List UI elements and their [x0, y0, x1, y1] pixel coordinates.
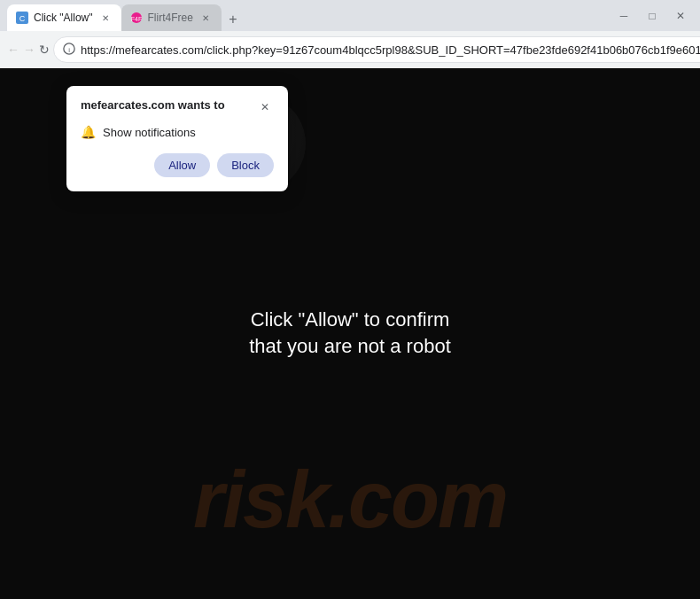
popup-site-name: mefearcates.com: [81, 98, 175, 112]
popup-header: mefearcates.com wants to ✕: [81, 98, 274, 116]
window-controls: ─ □ ✕: [611, 4, 693, 28]
back-button[interactable]: ←: [7, 37, 19, 62]
tab-2[interactable]: F4F Flirt4Free ✕: [121, 4, 222, 31]
popup-notification-row: 🔔 Show notifications: [81, 125, 274, 139]
popup-close-button[interactable]: ✕: [256, 98, 274, 116]
forward-button[interactable]: →: [23, 37, 35, 62]
nav-bar: ← → ↻ i https://mefearcates.com/click.ph…: [0, 31, 700, 68]
browser-window: C Click "Allow" ✕ F4F Flirt4Free ✕ +: [0, 0, 700, 599]
block-button[interactable]: Block: [217, 153, 274, 177]
page-main-message: Click "Allow" to confirm that you are no…: [249, 307, 451, 362]
main-text-line1: Click "Allow" to confirm: [249, 307, 451, 334]
main-text-line2: that you are not a robot: [249, 334, 451, 362]
tab-2-favicon: F4F: [130, 12, 143, 24]
tab-1-favicon: C: [16, 12, 28, 24]
allow-button[interactable]: Allow: [154, 153, 210, 177]
tab-1-title: Click "Allow": [34, 12, 93, 24]
new-tab-button[interactable]: +: [222, 8, 245, 31]
tab-2-close[interactable]: ✕: [198, 11, 213, 25]
bell-icon: 🔔: [81, 125, 96, 139]
tab-list: C Click "Allow" ✕ F4F Flirt4Free ✕ +: [7, 0, 608, 31]
popup-actions: Allow Block: [81, 153, 274, 177]
notification-popup: mefearcates.com wants to ✕ 🔔 Show notifi…: [66, 86, 288, 191]
minimize-button[interactable]: ─: [611, 4, 636, 28]
address-bar[interactable]: i https://mefearcates.com/click.php?key=…: [53, 36, 700, 63]
maximize-button[interactable]: □: [640, 4, 665, 28]
tab-1[interactable]: C Click "Allow" ✕: [7, 4, 121, 31]
popup-title: mefearcates.com wants to: [81, 98, 225, 112]
tab-2-title: Flirt4Free: [148, 12, 193, 24]
notification-label: Show notifications: [103, 126, 196, 139]
title-bar: C Click "Allow" ✕ F4F Flirt4Free ✕ +: [0, 0, 700, 31]
tab-1-close[interactable]: ✕: [98, 11, 113, 25]
url-text: https://mefearcates.com/click.php?key=91…: [81, 43, 700, 57]
page-content: risk.com Click "Allow" to confirm that y…: [0, 68, 700, 599]
reload-button[interactable]: ↻: [39, 37, 50, 62]
svg-text:i: i: [68, 45, 70, 53]
security-icon: i: [63, 43, 75, 58]
close-button[interactable]: ✕: [668, 4, 693, 28]
svg-text:C: C: [19, 14, 26, 23]
svg-text:F4F: F4F: [130, 16, 141, 22]
watermark-text: risk.com: [193, 455, 507, 546]
